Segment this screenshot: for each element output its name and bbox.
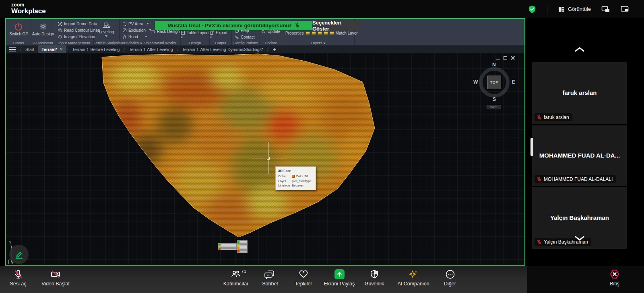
ribbon-group-label: Status [6, 41, 31, 45]
import-drone-data-button[interactable]: Import Drone Data [58, 21, 93, 27]
cad-canvas[interactable]: N S W E TOP WCS 3D Face Color Color 30 L… [6, 53, 524, 265]
pip-icon [601, 6, 610, 13]
ribbon-group-boundaries-objects: PV Area Exclusion [120, 19, 150, 45]
screen-share-banner: Mustafa Ünal - PVX'in ekranını görüntülü… [155, 21, 312, 30]
presenter-muted-mic-icon [295, 23, 300, 28]
show-options-button[interactable]: Seçenekleri Göster [312, 21, 359, 30]
start-video-button[interactable]: Video Başlat [33, 269, 78, 287]
ribbon-group-label: Metal Works [150, 41, 180, 45]
menu-hamburger-icon[interactable] [9, 47, 16, 51]
exclusion-icon [122, 28, 127, 33]
road-button[interactable]: Road [122, 34, 147, 39]
minimize-drawing-icon[interactable] [496, 59, 500, 59]
more-button[interactable]: Diğer [428, 269, 472, 287]
ribbon-group-label: Layers [282, 41, 354, 45]
end-meeting-button[interactable]: Bitiş [592, 269, 637, 287]
view-label: Görüntüle [568, 6, 591, 12]
layer-unlock-icon[interactable] [324, 31, 328, 35]
participants-icon [231, 269, 241, 279]
read-contour-lines-button[interactable]: Read Contour Lines [58, 27, 93, 33]
ribbon-empty-space [355, 19, 524, 45]
compass-north[interactable]: N [492, 62, 496, 68]
zoom-workplace-logo: zoom Workplace [11, 2, 46, 14]
chevron-down-icon [574, 236, 585, 241]
ribbon-group-terrain-analysis: Leveling Terrain Analysis [94, 19, 120, 45]
layer-on-icon[interactable] [305, 31, 310, 35]
ribbon-group-label: AI Assistant [31, 41, 55, 45]
chat-icon [264, 269, 276, 279]
ribbon-group-status: Switch Off Status [6, 19, 31, 45]
tooltip-row-layer: Layer pvX_SoilType [278, 179, 313, 183]
meeting-security-indicator[interactable] [528, 5, 537, 14]
ribbon-button-label: Image / Elevation [64, 35, 95, 39]
pv-area-button[interactable]: PV Area [122, 21, 147, 27]
tab-terrain-1-after-leveling[interactable]: Terrain-1-After Leveling [125, 45, 176, 53]
wcs-badge[interactable]: WCS [487, 105, 501, 109]
viewcube-top-face[interactable]: TOP [487, 76, 501, 89]
leveling-icon [102, 21, 111, 29]
dropdown-caret-icon [210, 37, 212, 38]
soil-legend-table [218, 243, 237, 250]
restore-drawing-icon[interactable] [504, 56, 507, 60]
drawing-tabbar: Start Terrain* ✕ Terrain-1-Before Leveli… [6, 45, 524, 53]
export-icon [210, 31, 214, 35]
ribbon-button-label: Contact [241, 35, 254, 39]
shared-screen-region: Switch Off Status Auto Design [5, 18, 525, 266]
export-button[interactable]: Export [210, 30, 227, 36]
ai-sparkle-icon [408, 269, 419, 279]
annotate-button[interactable] [9, 245, 29, 264]
layer-properties-button[interactable]: Properties [285, 31, 304, 35]
tab-terrain-1-before-leveling[interactable]: Terrain-1-Before Leveling [68, 45, 123, 53]
layer-lock-icon[interactable] [318, 31, 322, 35]
view-button[interactable]: Görüntüle [558, 6, 591, 13]
layer-freeze-icon[interactable] [312, 31, 316, 35]
ribbon-button-label: Auto Design [32, 32, 54, 36]
compass-east[interactable]: E [512, 79, 515, 85]
ucs-y-axis-label: Y [9, 240, 12, 245]
more-ellipsis-icon [445, 269, 455, 279]
switch-off-button[interactable]: Switch Off [9, 23, 27, 36]
heart-icon [298, 269, 309, 279]
shield-check-icon [528, 5, 537, 14]
road-icon [122, 35, 127, 39]
rack-design-icon [151, 29, 155, 34]
auto-design-button[interactable]: Auto Design [32, 23, 54, 36]
layer-match-icon[interactable] [330, 31, 334, 35]
tab-terrain[interactable]: Terrain* ✕ [38, 45, 66, 53]
image-elevation-button[interactable]: Image / Elevation [58, 34, 93, 39]
match-layer-button[interactable]: Match Layer [336, 31, 358, 35]
collapse-window-icon [621, 6, 630, 13]
tab-terrain-1-after-leveling-dynamicshadings[interactable]: Terrain-1-After Leveling-DynamicShadings… [179, 45, 267, 53]
close-drawing-icon[interactable] [511, 56, 515, 60]
ribbon-group-label: Configurations [232, 41, 260, 45]
exclusion-button[interactable]: Exclusion [122, 27, 147, 33]
new-tab-button[interactable]: + [269, 46, 280, 53]
tooltip-title: 3D Face [278, 169, 313, 173]
gallery-scrollbar[interactable] [530, 138, 533, 156]
ribbon-group-label: Output [210, 41, 231, 45]
participant-count-badge: 71 [241, 269, 246, 274]
ribbon-button-label: Import Drone Data [64, 22, 97, 26]
tab-close-icon[interactable]: ✕ [60, 47, 63, 51]
view-compass[interactable]: N S W E TOP WCS [475, 63, 514, 110]
muted-mic-icon [537, 115, 542, 120]
security-button[interactable]: Güvenlik [352, 269, 396, 287]
compass-west[interactable]: W [473, 79, 478, 85]
mic-muted-icon [13, 269, 23, 279]
leveling-button[interactable]: Leveling [99, 21, 114, 37]
soil-legend-table [237, 240, 248, 253]
picture-in-picture-button[interactable] [601, 6, 610, 13]
tab-start[interactable]: Start [22, 45, 38, 53]
color-swatch [292, 175, 295, 178]
contact-button[interactable]: Contact [235, 34, 260, 40]
terrain-heatmap [6, 53, 524, 265]
participant-name: MOHAMMED FUAD AL-DA... [532, 152, 627, 159]
object-rollover-tooltip: 3D Face Color Color 30 Layer pvX_SoilTyp… [275, 166, 316, 190]
table-layout-button[interactable]: Table Layout [181, 30, 210, 36]
gallery-scroll-up-button[interactable] [573, 46, 586, 53]
table-layout-icon [181, 31, 185, 35]
compass-south[interactable]: S [493, 96, 496, 102]
layers-caret-icon [323, 43, 326, 44]
minimize-window-button[interactable] [621, 6, 630, 13]
gallery-scroll-down-button[interactable] [573, 235, 586, 242]
